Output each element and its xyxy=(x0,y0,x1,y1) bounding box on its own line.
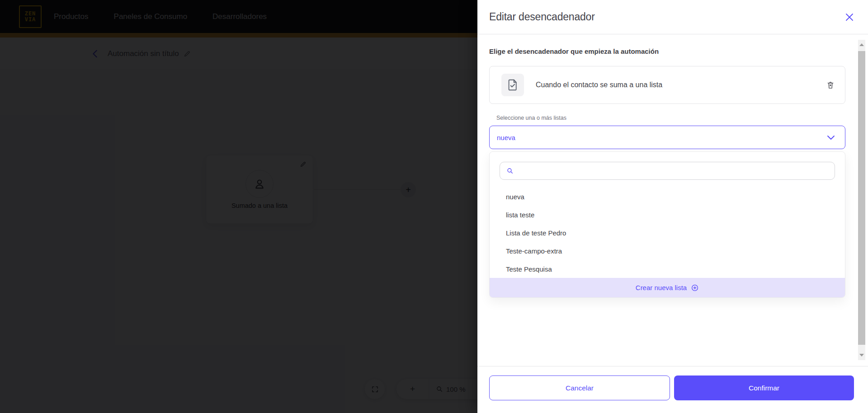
edit-trigger-panel: Editar desencadenador Elige el desencade… xyxy=(477,0,868,413)
search-icon xyxy=(506,167,514,174)
list-option[interactable]: Teste Pesquisa xyxy=(490,260,845,278)
chevron-down-icon xyxy=(827,135,835,140)
close-panel-button[interactable] xyxy=(843,10,856,24)
document-check-icon xyxy=(506,78,519,92)
list-select-label: Seleccione una o más listas xyxy=(489,115,845,121)
scrollbar-up-arrow[interactable] xyxy=(859,43,864,46)
list-search[interactable] xyxy=(500,162,835,180)
panel-scrollbar[interactable] xyxy=(858,40,865,360)
panel-footer: Cancelar Confirmar xyxy=(477,366,868,413)
panel-body: Elige el desencadenador que empieza la a… xyxy=(477,35,868,366)
plus-circle-icon xyxy=(691,284,699,292)
create-new-list-option[interactable]: Crear nueva lista xyxy=(490,278,845,297)
trigger-icon-box xyxy=(501,74,524,96)
list-option[interactable]: lista teste xyxy=(490,206,845,224)
panel-header: Editar desencadenador xyxy=(477,0,868,34)
search-input[interactable] xyxy=(518,167,835,174)
list-dropdown: nuevalista testeLista de teste PedroTest… xyxy=(489,151,845,298)
app-window: ZEN VIA ProductosPaneles de ConsumoDesar… xyxy=(0,0,868,413)
list-option[interactable]: Teste-campo-extra xyxy=(490,242,845,260)
close-icon xyxy=(844,12,855,23)
selected-trigger-card: Cuando el contacto se suma a una lista xyxy=(489,66,845,104)
scrollbar-down-arrow[interactable] xyxy=(859,354,864,357)
list-select-value: nueva xyxy=(497,134,515,141)
confirm-button[interactable]: Confirmar xyxy=(674,375,854,400)
scrollbar-thumb[interactable] xyxy=(858,51,865,345)
cancel-button[interactable]: Cancelar xyxy=(489,375,670,400)
list-options: nuevalista testeLista de teste PedroTest… xyxy=(490,188,845,278)
delete-trigger-button[interactable] xyxy=(826,80,835,89)
list-option[interactable]: nueva xyxy=(490,188,845,206)
trigger-card-label: Cuando el contacto se suma a una lista xyxy=(536,81,662,89)
trigger-section-heading: Elige el desencadenador que empieza la a… xyxy=(489,47,845,55)
list-select[interactable]: nueva xyxy=(489,126,845,149)
trash-icon xyxy=(826,80,835,89)
list-option[interactable]: Lista de teste Pedro xyxy=(490,224,845,242)
panel-title: Editar desencadenador xyxy=(489,11,595,23)
create-new-list-label: Crear nueva lista xyxy=(636,284,687,291)
